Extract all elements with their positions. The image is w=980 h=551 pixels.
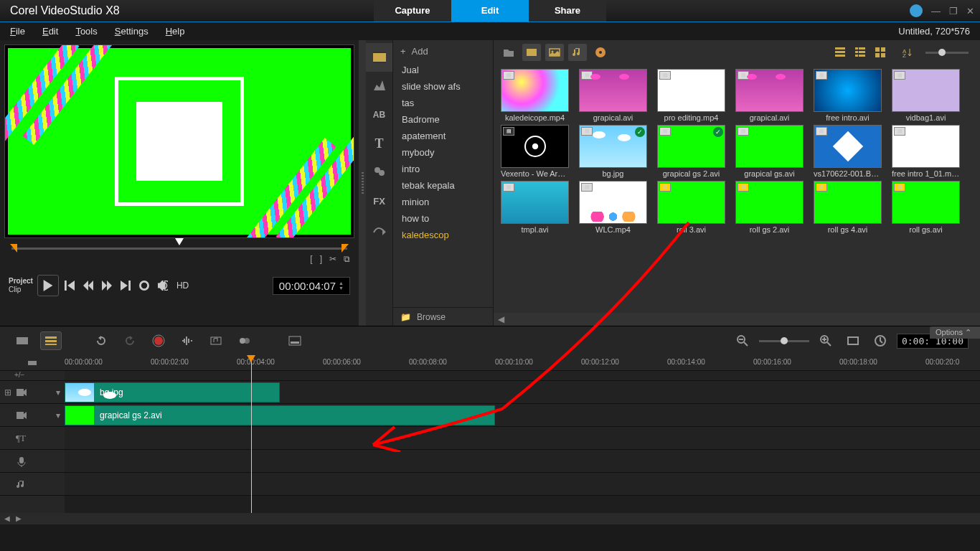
folder-item[interactable]: tebak kepala (393, 177, 493, 194)
title-track[interactable] (65, 427, 980, 450)
track-motion-icon[interactable] (234, 331, 255, 350)
maximize-icon[interactable]: ❐ (949, 6, 958, 17)
home-button[interactable] (62, 278, 77, 293)
menu-file[interactable]: File (10, 26, 25, 37)
media-thumb[interactable]: ▤grapical.avi (735, 69, 804, 122)
media-thumb[interactable]: ▤free intro.avi (814, 69, 882, 122)
cat-path-icon[interactable] (366, 215, 392, 244)
view-thumb-icon[interactable] (872, 45, 888, 60)
scissors-icon[interactable]: ✂ (329, 254, 336, 267)
media-thumb[interactable]: ▤roll gs.avi (892, 181, 960, 234)
timeline-scrollbar[interactable]: ◀ ▶ (0, 513, 980, 524)
project-clip-toggle[interactable]: Project Clip (9, 277, 33, 294)
import-icon[interactable] (499, 44, 518, 61)
track-head-voice[interactable] (0, 450, 65, 473)
folder-item[interactable]: Jual (393, 62, 493, 78)
add-track-row[interactable]: +/− (0, 371, 65, 381)
folder-item[interactable]: Badrome (393, 111, 493, 128)
timecode-display[interactable]: 00:00:04:07 ▲▼ (273, 277, 350, 295)
view-list-icon[interactable] (832, 45, 848, 60)
media-thumb[interactable]: ▤roll gs 4.avi (814, 181, 882, 234)
hub-icon[interactable] (910, 4, 923, 17)
volume-button[interactable] (155, 278, 171, 293)
track-head-music[interactable] (0, 473, 65, 496)
media-thumb[interactable]: ▤roll gs 2.avi (735, 181, 804, 234)
folder-item[interactable]: intro (393, 161, 493, 177)
cat-transition-icon[interactable]: AB (366, 100, 392, 129)
music-track[interactable] (65, 473, 980, 496)
zoom-slider[interactable] (759, 340, 809, 342)
cat-graphic-icon[interactable] (366, 158, 392, 187)
menu-help[interactable]: Help (166, 26, 185, 37)
panel-resize-grip[interactable] (359, 40, 366, 326)
menu-edit[interactable]: Edit (42, 26, 58, 37)
cat-instantproject-icon[interactable] (366, 72, 392, 100)
filter-disc-icon[interactable] (591, 44, 610, 61)
clip-bg-jpg[interactable]: bg.jpg (65, 382, 280, 402)
add-folder-button[interactable]: +Add (393, 40, 493, 62)
undo-button[interactable] (90, 331, 112, 350)
media-thumb[interactable]: ▤tmpl.avi (501, 181, 569, 234)
prev-frame-button[interactable] (80, 278, 96, 293)
preview-canvas[interactable] (4, 44, 354, 238)
media-thumb[interactable]: ▤grapical.avi (579, 69, 647, 122)
view-details-icon[interactable] (852, 45, 868, 60)
storyboard-view-icon[interactable] (11, 331, 33, 350)
subtitle-editor-icon[interactable] (284, 331, 306, 350)
mark-in-icon[interactable] (10, 244, 17, 253)
options-tab[interactable]: Options ⌃ (930, 326, 980, 339)
track-head-video[interactable]: ⊞ ▾ (0, 381, 65, 404)
scrub-bar[interactable] (4, 244, 354, 254)
loop-button[interactable] (136, 278, 152, 293)
cat-title-icon[interactable]: T (366, 129, 392, 158)
collapse-icon[interactable]: ◀ (498, 314, 504, 324)
record-button[interactable] (148, 331, 169, 350)
hd-label[interactable]: HD (176, 281, 189, 291)
thumb-size-slider[interactable] (925, 52, 969, 54)
folder-item[interactable]: how to (393, 210, 493, 227)
fit-project-icon[interactable] (842, 331, 864, 350)
cat-filter-icon[interactable]: FX (366, 187, 392, 215)
tracks-area[interactable]: 00:00:00:0000:00:02:0000:00:04:0000:00:0… (65, 355, 980, 513)
menu-tools[interactable]: Tools (75, 26, 97, 37)
timeline-view-icon[interactable] (40, 331, 62, 350)
audio-mixer-icon[interactable] (176, 331, 198, 350)
track-head-title[interactable]: ¶T (0, 427, 65, 450)
playhead-cursor[interactable] (251, 355, 252, 513)
bracket-out-icon[interactable]: ] (320, 254, 322, 267)
mark-out-icon[interactable] (341, 244, 349, 253)
media-thumb[interactable]: ▤roll 3.avi (657, 181, 725, 234)
browse-button[interactable]: 📁Browse (393, 307, 493, 326)
close-icon[interactable]: ✕ (966, 6, 974, 17)
folder-item[interactable]: minion (393, 194, 493, 210)
copy-icon[interactable]: ⧉ (344, 254, 350, 267)
folder-item[interactable]: tas (393, 95, 493, 111)
project-duration-icon[interactable] (870, 331, 891, 350)
minimize-icon[interactable]: — (931, 6, 941, 17)
tab-share[interactable]: Share (529, 0, 606, 22)
folder-item[interactable]: kaledescop (393, 227, 493, 243)
media-thumb[interactable]: ▤✓bg.jpg (579, 125, 647, 178)
clip-grapical-gs-2[interactable]: grapical gs 2.avi (65, 405, 495, 425)
video-track[interactable]: bg.jpg (65, 381, 980, 404)
scroll-right-icon[interactable]: ▶ (14, 514, 23, 523)
tab-capture[interactable]: Capture (374, 0, 451, 22)
overlay-track[interactable]: grapical gs 2.avi (65, 404, 980, 427)
redo-button[interactable] (119, 331, 141, 350)
folder-item[interactable]: slide show afs (393, 78, 493, 95)
ruler-head-icon[interactable] (0, 355, 65, 371)
folder-item[interactable]: apatement (393, 128, 493, 144)
media-thumb[interactable]: ▤free intro 1_01.mp4 (892, 125, 960, 178)
media-thumb[interactable]: ▤grapical gs.avi (735, 125, 804, 178)
media-thumb[interactable]: ▤pro editing.mp4 (657, 69, 725, 122)
sort-icon[interactable]: AZ (900, 45, 915, 60)
filter-video-icon[interactable] (522, 44, 541, 61)
media-thumb[interactable]: ▤✓grapical gs 2.avi (657, 125, 725, 178)
zoom-out-icon[interactable] (732, 331, 753, 350)
chevron-down-icon[interactable]: ▾ (56, 387, 60, 397)
next-frame-button[interactable] (99, 278, 115, 293)
auto-music-icon[interactable] (205, 331, 227, 350)
media-thumb[interactable]: ▤vidbag1.avi (892, 69, 960, 122)
track-head-overlay[interactable]: ▾ (0, 404, 65, 427)
chevron-down-icon[interactable]: ▾ (56, 410, 60, 420)
